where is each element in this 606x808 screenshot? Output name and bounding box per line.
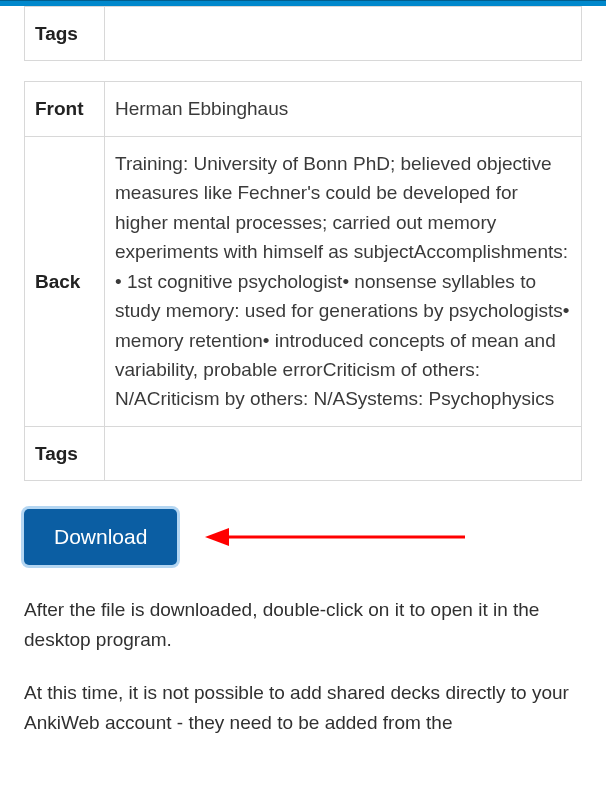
- tags-label: Tags: [25, 7, 105, 61]
- download-row: Download: [24, 509, 582, 565]
- instruction-text-2: At this time, it is not possible to add …: [24, 678, 582, 737]
- front-label: Front: [25, 82, 105, 136]
- arrow-left-icon: [205, 522, 465, 552]
- tags-value: [105, 7, 582, 61]
- svg-marker-1: [205, 528, 229, 546]
- tags-value: [105, 426, 582, 480]
- download-button[interactable]: Download: [24, 509, 177, 565]
- table-row: Tags: [25, 7, 582, 61]
- tags-label: Tags: [25, 426, 105, 480]
- card-table-1: Tags: [24, 6, 582, 61]
- back-label: Back: [25, 136, 105, 426]
- table-row: Tags: [25, 426, 582, 480]
- table-row: Back Training: University of Bonn PhD; b…: [25, 136, 582, 426]
- instruction-text-1: After the file is downloaded, double-cli…: [24, 595, 582, 654]
- front-value: Herman Ebbinghaus: [105, 82, 582, 136]
- back-value: Training: University of Bonn PhD; believ…: [105, 136, 582, 426]
- table-row: Front Herman Ebbinghaus: [25, 82, 582, 136]
- card-table-2: Front Herman Ebbinghaus Back Training: U…: [24, 81, 582, 481]
